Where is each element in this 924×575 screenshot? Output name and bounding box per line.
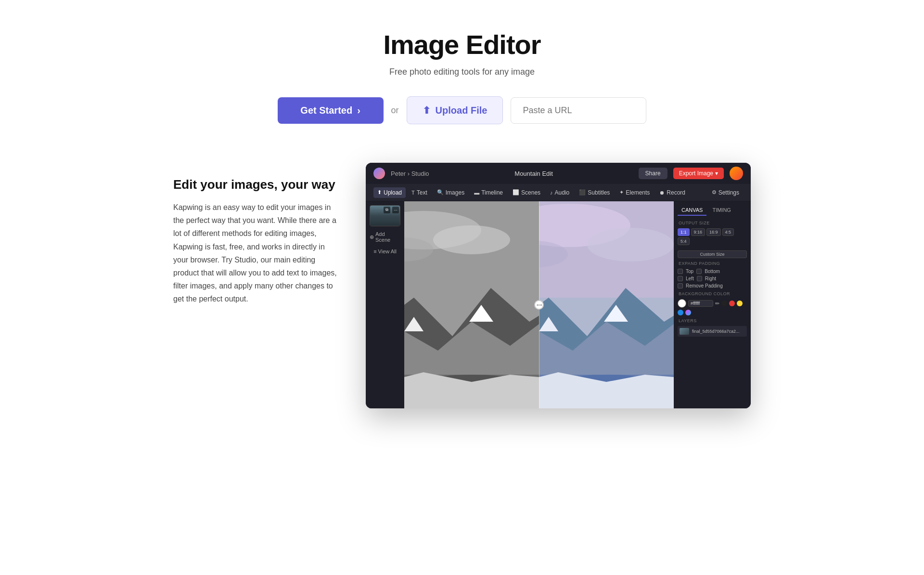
timeline-icon: ▬ xyxy=(474,190,479,196)
svg-point-2 xyxy=(433,225,510,254)
add-scene-button[interactable]: ⊕ Add Scene xyxy=(368,230,402,244)
scene-copy-icon[interactable]: ⧉ xyxy=(384,207,390,213)
chevron-right-icon: › xyxy=(357,105,360,116)
color-dot-red[interactable] xyxy=(729,301,735,306)
studio-topbar: Peter › Studio Mountain Edit Share Expor… xyxy=(366,163,751,184)
content-section: Edit your images, your way Kapwing is an… xyxy=(125,144,799,437)
export-button[interactable]: Export Image ▾ xyxy=(673,168,724,179)
left-heading: Edit your images, your way xyxy=(173,177,337,192)
layer-thumbnail xyxy=(680,328,689,335)
layers-section: final_5d55d7066a7ca2... xyxy=(674,326,751,337)
scene-controls: ⧉ ⋯ xyxy=(384,207,399,213)
padding-top-checkbox[interactable] xyxy=(678,269,683,274)
remove-padding-row: Remove Padding xyxy=(678,283,747,288)
toolbar-scenes[interactable]: ⬜ Scenes xyxy=(509,187,544,198)
subtitles-icon: ⬛ xyxy=(579,189,586,196)
elements-icon: ✦ xyxy=(619,189,624,196)
studio-screenshot: Peter › Studio Mountain Edit Share Expor… xyxy=(366,163,751,408)
breadcrumb: Peter › Studio xyxy=(391,170,429,177)
size-5-4-button[interactable]: 5:4 xyxy=(678,237,690,245)
upload-toolbar-icon: ⬆ xyxy=(377,189,382,196)
hero-section: Image Editor Free photo editing tools fo… xyxy=(0,0,924,144)
size-16-9-button[interactable]: 16:9 xyxy=(706,228,721,236)
share-button[interactable]: Share xyxy=(639,168,667,179)
size-1-1-button[interactable]: 1:1 xyxy=(678,228,690,236)
view-all-button[interactable]: ≡ View All xyxy=(372,248,398,255)
toolbar-audio[interactable]: ♪ Audio xyxy=(546,187,573,198)
hex-color-input[interactable]: #ffffff xyxy=(688,300,713,307)
text-icon: T xyxy=(411,190,415,196)
tab-timing[interactable]: TIMING xyxy=(708,205,735,216)
output-size-buttons: 1:1 9:16 16:9 4:5 5:4 xyxy=(674,228,751,245)
get-started-button[interactable]: Get Started › xyxy=(278,97,384,124)
toolbar-elements[interactable]: ✦ Elements xyxy=(616,187,654,198)
scenes-panel: ⧉ ⋯ ⊕ Add Scene ≡ View All xyxy=(366,201,404,408)
panel-tabs: CANVAS TIMING xyxy=(674,205,751,216)
audio-icon: ♪ xyxy=(550,190,553,196)
studio-main: ⧉ ⋯ ⊕ Add Scene ≡ View All xyxy=(366,201,751,408)
layer-name: final_5d55d7066a7ca2... xyxy=(692,329,740,334)
size-9-16-button[interactable]: 9:16 xyxy=(691,228,706,236)
color-dot-yellow[interactable] xyxy=(737,301,743,306)
or-separator: or xyxy=(391,105,399,116)
toolbar-subtitles[interactable]: ⬛ Subtitles xyxy=(575,187,614,198)
remove-padding-checkbox[interactable] xyxy=(678,283,683,288)
layer-item[interactable]: final_5d55d7066a7ca2... xyxy=(678,326,747,337)
tab-canvas[interactable]: CANVAS xyxy=(678,205,706,216)
upload-icon: ⬆ xyxy=(423,105,431,116)
scenes-icon: ⬜ xyxy=(513,189,519,196)
padding-top-row: Top Bottom xyxy=(678,269,747,274)
toolbar-record[interactable]: ⏺ Record xyxy=(655,187,689,198)
padding-lr-row: Left Right xyxy=(678,276,747,281)
left-content: Edit your images, your way Kapwing is an… xyxy=(173,163,337,306)
scene-thumbnail[interactable]: ⧉ ⋯ xyxy=(370,205,400,226)
studio-toolbar: ⬆ Upload T Text 🔍 Images ▬ Timeline ⬜ Sc… xyxy=(366,184,751,201)
right-panel: CANVAS TIMING OUTPUT SIZE 1:1 9:16 16:9 … xyxy=(674,201,751,408)
bg-color-row: #ffffff ✏ xyxy=(678,299,747,315)
images-icon: 🔍 xyxy=(437,189,444,196)
bg-color-label: BACKGROUND COLOR xyxy=(674,291,751,296)
cta-row: Get Started › or ⬆ Upload File xyxy=(10,96,914,124)
upload-file-button[interactable]: ⬆ Upload File xyxy=(407,96,503,124)
url-input[interactable] xyxy=(511,97,646,124)
page-title: Image Editor xyxy=(10,29,914,60)
svg-point-15 xyxy=(587,228,674,261)
toolbar-upload[interactable]: ⬆ Upload xyxy=(373,187,406,198)
left-body: Kapwing is an easy way to edit your imag… xyxy=(173,201,337,306)
upload-label: Upload File xyxy=(436,105,488,116)
toolbar-text[interactable]: T Text xyxy=(408,187,431,198)
expand-padding-label: EXPAND PADDING xyxy=(674,261,751,266)
avatar-user xyxy=(730,167,743,180)
padding-right-label: Right xyxy=(705,276,716,281)
mountain-bw xyxy=(404,201,539,408)
color-dot-black[interactable] xyxy=(721,301,727,306)
padding-left-checkbox[interactable] xyxy=(678,276,683,281)
color-dot-blue[interactable] xyxy=(678,310,683,315)
export-label: Export Image xyxy=(679,170,713,177)
breadcrumb-user: Peter xyxy=(391,170,406,177)
scene-more-icon[interactable]: ⋯ xyxy=(392,207,399,213)
expand-padding-section: Top Bottom Left Right Remove Padding xyxy=(674,269,751,288)
custom-size-button[interactable]: Custom Size xyxy=(678,250,747,258)
output-size-label: OUTPUT SIZE xyxy=(674,221,751,225)
size-4-5-button[interactable]: 4:5 xyxy=(722,228,734,236)
layers-label: LAYERS xyxy=(674,318,751,323)
toolbar-settings[interactable]: ⚙ Settings xyxy=(708,187,743,198)
toolbar-timeline[interactable]: ▬ Timeline xyxy=(470,187,507,198)
canvas-area[interactable]: ⟺ xyxy=(404,201,674,408)
eyedropper-icon[interactable]: ✏ xyxy=(715,301,719,307)
canvas-drag-handle[interactable]: ⟺ xyxy=(534,300,544,310)
padding-right-checkbox[interactable] xyxy=(697,276,702,281)
mountain-color xyxy=(539,201,674,408)
padding-left-label: Left xyxy=(686,276,694,281)
color-swatch-white[interactable] xyxy=(678,299,686,308)
remove-padding-label: Remove Padding xyxy=(686,283,723,288)
breadcrumb-sep: › xyxy=(408,170,410,177)
color-dot-gradient[interactable] xyxy=(685,310,691,315)
get-started-label: Get Started xyxy=(300,105,352,116)
settings-icon: ⚙ xyxy=(712,189,717,196)
padding-bottom-checkbox[interactable] xyxy=(696,269,702,274)
breadcrumb-location: Studio xyxy=(411,170,429,177)
record-icon: ⏺ xyxy=(659,190,665,196)
toolbar-images[interactable]: 🔍 Images xyxy=(433,187,468,198)
